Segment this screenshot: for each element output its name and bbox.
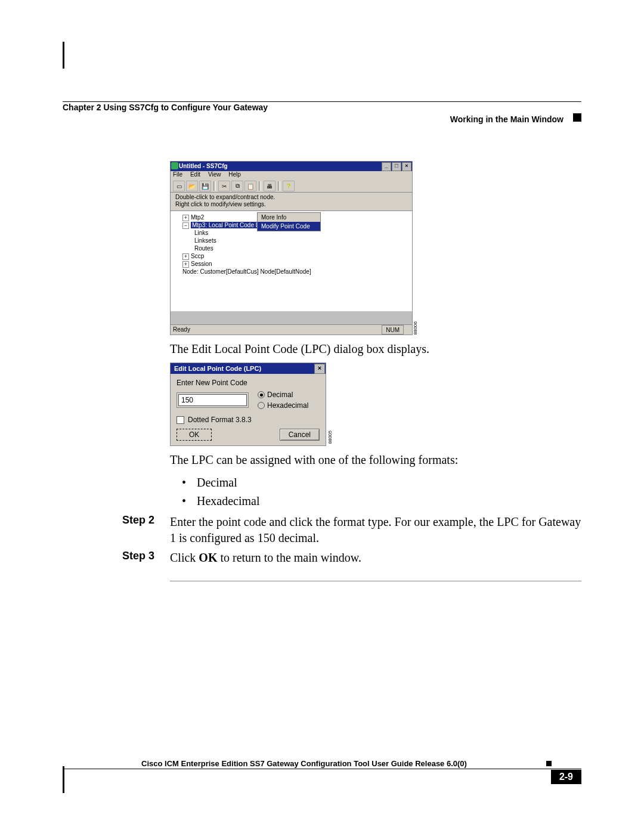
maximize-button[interactable]: □ [392,162,401,171]
statusbar: Ready NUM [171,324,412,335]
toolbar: ▭ 📂 💾 ✂ ⧉ 📋 🖶 ? [171,180,412,193]
checkbox-icon[interactable] [177,416,184,424]
format-list: Decimal Hexadecimal [182,473,581,510]
step-2-text: Enter the point code and click the forma… [170,514,581,546]
page: Chapter 2 Using SS7Cfg to Configure Your… [63,42,581,793]
cut-icon[interactable]: ✂ [218,181,230,191]
bullet-decimal: Decimal [182,473,581,492]
footer-square-icon [546,761,552,766]
tree-node[interactable]: Node: Customer[DefaultCus] Node[DefaultN… [175,268,407,275]
tree-sccp[interactable]: +Sccp [175,252,407,260]
header-square-icon [573,113,581,122]
step-3-text: Click OK to return to the main window. [170,550,581,566]
text-formats-intro: The LPC can be assigned with one of the … [170,452,581,467]
window-buttons: _ □ × [382,162,412,171]
window-titlebar: Untitled - SS7Cfg _ □ × [171,162,412,171]
step-3-label: Step 3 [63,550,170,566]
paste-icon[interactable]: 📋 [244,181,256,191]
tree-session[interactable]: +Session [175,260,407,268]
dotted-format-label: Dotted Format 3.8.3 [188,416,252,424]
body: Untitled - SS7Cfg _ □ × File Edit View H… [63,161,581,581]
menu-help[interactable]: Help [228,171,241,178]
context-menu: More Info Modify Point Code [257,212,321,231]
ok-button[interactable]: OK [177,429,212,441]
footer-title: Cisco ICM Enterprise Edition SS7 Gateway… [63,759,546,768]
header-rule [63,101,581,102]
window-title: Untitled - SS7Cfg [179,162,228,171]
close-button[interactable]: × [314,364,325,374]
dotted-format-row[interactable]: Dotted Format 3.8.3 [177,416,326,424]
ctx-modify-point-code[interactable]: Modify Point Code [258,222,320,231]
radio-icon[interactable] [258,402,265,409]
save-icon[interactable]: 💾 [199,181,211,191]
menubar: File Edit View Help [171,171,412,180]
tree-routes[interactable]: Routes [175,244,407,252]
page-number: 2-9 [551,770,581,784]
chapter-title: Chapter 2 Using SS7Cfg to Configure Your… [63,103,268,112]
print-icon[interactable]: 🖶 [264,181,275,191]
point-code-input[interactable] [178,394,247,406]
section-title: Working in the Main Window [450,114,564,124]
format-radios: Decimal Hexadecimal [258,389,308,411]
step-2-label: Step 2 [63,514,170,546]
expand-icon[interactable]: + [182,253,189,260]
help-icon[interactable]: ? [283,181,295,191]
dialog-title: Edit Local Point Code (LPC) [174,363,261,374]
tree-linksets[interactable]: Linksets [175,237,407,244]
caption-after-shot1: The Edit Local Point Code (LPC) dialog b… [170,341,581,357]
expand-icon[interactable]: + [182,215,189,221]
step-2: Step 2 Enter the point code and click th… [63,514,581,546]
expand-icon[interactable]: + [182,261,189,268]
toolbar-separator [259,181,261,191]
menu-edit[interactable]: Edit [190,171,200,178]
figure-number: 88005 [327,431,333,444]
cancel-button[interactable]: Cancel [280,429,320,441]
minimize-button[interactable]: _ [382,162,391,171]
crop-mark-top [63,42,64,69]
crop-mark-bottom [63,766,64,793]
close-button[interactable]: × [402,162,411,171]
toolbar-separator [213,181,216,191]
radio-hex-row[interactable]: Hexadecimal [258,400,308,411]
section-end-rule [170,581,581,581]
app-icon [171,162,178,169]
point-code-input-wrap [177,392,249,408]
screenshot-edit-lpc-dialog: Edit Local Point Code (LPC) × Enter New … [170,363,326,446]
toolbar-separator [278,181,280,191]
bullet-hex: Hexadecimal [182,492,581,510]
new-icon[interactable]: ▭ [173,181,185,191]
enter-point-code-label: Enter New Point Code [177,379,326,387]
radio-icon[interactable] [258,391,265,398]
open-icon[interactable]: 📂 [186,181,198,191]
figure-number: 88006 [413,321,418,335]
status-num: NUM [382,325,404,335]
radio-decimal-row[interactable]: Decimal [258,389,308,400]
dialog-buttons: OK Cancel [171,429,326,441]
step-3: Step 3 Click OK to return to the main wi… [63,550,581,566]
ctx-more-info[interactable]: More Info [258,213,320,222]
copy-icon[interactable]: ⧉ [231,181,243,191]
dialog-titlebar: Edit Local Point Code (LPC) × [171,363,326,374]
menu-view[interactable]: View [208,171,221,178]
status-ready: Ready [173,325,190,335]
screenshot-ss7cfg-window: Untitled - SS7Cfg _ □ × File Edit View H… [170,161,413,335]
collapse-icon[interactable]: − [182,222,189,229]
menu-file[interactable]: File [173,171,182,178]
hint-text: Double-click to expand/contract node. Ri… [171,193,412,211]
footer-rule [63,769,581,769]
